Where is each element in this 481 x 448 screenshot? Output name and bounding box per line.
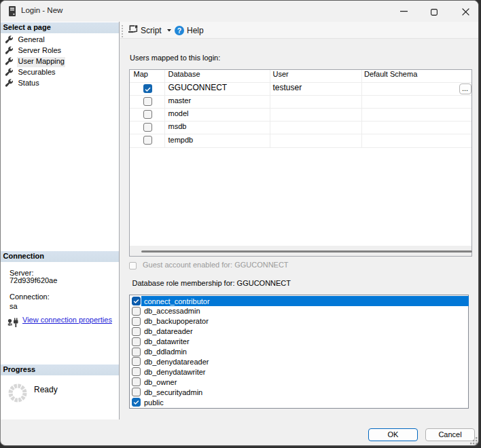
svg-text:?: ?: [177, 26, 181, 35]
